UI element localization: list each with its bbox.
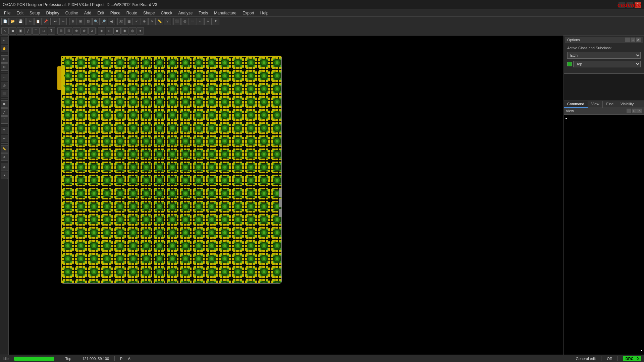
tb-3d[interactable]: 3D — [117, 18, 125, 25]
lt-via[interactable]: ◎ — [1, 82, 8, 89]
menu-route[interactable]: Route — [124, 10, 140, 16]
lt-arc[interactable]: ⌒ — [1, 116, 8, 124]
tb2-sym5[interactable]: ⊘ — [88, 27, 96, 35]
status-sep3 — [114, 356, 115, 361]
tb2-opt2[interactable]: ◇ — [106, 27, 113, 35]
tb2-opt6[interactable]: ● — [137, 27, 144, 35]
tab-visibility[interactable]: Visibility — [617, 101, 638, 108]
tb2-sym3[interactable]: ⊕ — [73, 27, 80, 35]
tb-copy[interactable]: 📋 — [34, 18, 42, 25]
menu-edit2[interactable]: Edit — [95, 10, 107, 16]
pcb-board[interactable] — [61, 56, 282, 284]
menu-outline[interactable]: Outline — [63, 10, 81, 16]
tb2-sym1[interactable]: ⊞ — [57, 27, 65, 35]
tb-layer[interactable]: ▦ — [125, 18, 132, 25]
tb-highlight[interactable]: ☀ — [148, 18, 156, 25]
tb2-select[interactable]: ↖ — [1, 27, 9, 35]
etch-select[interactable]: Etch — [567, 52, 641, 59]
tb2-copper[interactable]: ▣ — [17, 27, 24, 35]
view-minimize[interactable]: ─ — [627, 109, 631, 113]
tb2-add-arc[interactable]: ⌒ — [32, 27, 40, 35]
tb2-opt3[interactable]: ◆ — [113, 27, 121, 35]
view-sub-panel: View ─ □ ✕ — [564, 108, 644, 115]
tb-cut[interactable]: ✂ — [26, 18, 34, 25]
tb-redo[interactable]: ↪ — [59, 18, 67, 25]
tb-new[interactable]: 📄 — [1, 18, 9, 25]
view-detach[interactable]: □ — [632, 109, 637, 113]
tb-drc[interactable]: ✓ — [133, 18, 140, 25]
tb-gloss[interactable]: ✦ — [204, 18, 212, 25]
lt-select[interactable]: ↖ — [1, 37, 8, 44]
menu-tools[interactable]: Tools — [196, 10, 211, 16]
menu-edit[interactable]: Edit — [14, 10, 26, 16]
lt-shape[interactable]: ◼ — [1, 100, 8, 108]
status-sep2 — [77, 356, 77, 361]
view-close[interactable]: ✕ — [637, 109, 642, 113]
tb2-sym4[interactable]: ⊗ — [80, 27, 88, 35]
menu-check[interactable]: Check — [158, 10, 175, 16]
options-panel: Options ─ □ ✕ Active Class and Subclass:… — [564, 36, 644, 74]
tb2-shape[interactable]: ◼ — [9, 27, 16, 35]
options-minimize[interactable]: ─ — [625, 38, 630, 42]
lt-route[interactable]: 〰 — [1, 74, 8, 81]
menu-shape[interactable]: Shape — [141, 10, 158, 16]
tb2-add-text[interactable]: T — [48, 27, 55, 35]
menu-setup[interactable]: Setup — [27, 10, 43, 16]
lt-measure[interactable]: 📏 — [1, 145, 8, 153]
tb-paste[interactable]: 📌 — [42, 18, 49, 25]
lt-misc1[interactable]: ⊗ — [1, 164, 8, 171]
tb-undo[interactable]: ↩ — [52, 18, 59, 25]
tab-command[interactable]: Command — [564, 101, 588, 108]
options-detach[interactable]: □ — [631, 38, 635, 42]
tb-via[interactable]: ◎ — [181, 18, 189, 25]
tb-unroute[interactable]: ✗ — [212, 18, 219, 25]
lt-move[interactable]: ✋ — [1, 45, 8, 52]
tb-measure[interactable]: 📏 — [156, 18, 163, 25]
lt-pad[interactable]: ⬛ — [1, 90, 8, 97]
tb-netlist[interactable]: ⊗ — [141, 18, 148, 25]
lt-prop[interactable]: ✏ — [1, 135, 8, 142]
lt-zoom-box[interactable]: ⊞ — [1, 63, 8, 71]
menu-manufacture[interactable]: Manufacture — [211, 10, 239, 16]
lt-3d[interactable]: 3 — [1, 153, 8, 161]
tb-pad[interactable]: ⬛ — [173, 18, 181, 25]
options-close[interactable]: ✕ — [636, 38, 641, 42]
drc-value: 0 — [637, 357, 639, 361]
menu-help[interactable]: Help — [258, 10, 271, 16]
svg-rect-27 — [279, 189, 281, 197]
tb-route-single[interactable]: 〰 — [189, 18, 196, 25]
tb-grid[interactable]: ⊞ — [77, 18, 84, 25]
tb-route-diff[interactable]: ≈ — [197, 18, 204, 25]
edit-mode-label: General edit — [576, 357, 596, 361]
tb-zoom-prev[interactable]: ◀ — [108, 18, 115, 25]
status-a: A — [128, 357, 130, 361]
top-select[interactable]: Top — [573, 61, 641, 67]
options-header-controls: ─ □ ✕ — [625, 38, 641, 42]
tb-zoom-in[interactable]: 🔍 — [92, 18, 100, 25]
tb2-add-line[interactable]: ╱ — [24, 27, 32, 35]
menu-analyze[interactable]: Analyze — [176, 10, 196, 16]
menu-add[interactable]: Add — [82, 10, 94, 16]
lt-misc2[interactable]: ✦ — [1, 172, 8, 179]
tb2-sym2[interactable]: ⊟ — [65, 27, 72, 35]
lt-line[interactable]: ╱ — [1, 108, 8, 116]
tb-open[interactable]: 📂 — [9, 18, 16, 25]
lt-text[interactable]: T — [1, 127, 8, 134]
tb-save[interactable]: 💾 — [17, 18, 24, 25]
tb2-opt1[interactable]: ◈ — [98, 27, 105, 35]
svg-rect-29 — [279, 209, 281, 217]
menu-display[interactable]: Display — [43, 10, 62, 16]
menu-file[interactable]: File — [1, 10, 13, 16]
tab-find[interactable]: Find — [603, 101, 617, 108]
tb2-opt4[interactable]: ◉ — [121, 27, 128, 35]
menu-export[interactable]: Export — [240, 10, 257, 16]
tb2-add-rect[interactable]: □ — [40, 27, 47, 35]
tb-snap[interactable]: ⊕ — [69, 18, 76, 25]
lt-zoom-win[interactable]: ⊕ — [1, 55, 8, 63]
tb-zoom-fit[interactable]: ⊡ — [85, 18, 92, 25]
tab-view[interactable]: View — [588, 101, 603, 108]
menu-place[interactable]: Place — [108, 10, 123, 16]
tb-help[interactable]: ? — [164, 18, 171, 25]
tb2-opt5[interactable]: ◎ — [129, 27, 136, 35]
tb-zoom-out[interactable]: 🔎 — [100, 18, 107, 25]
